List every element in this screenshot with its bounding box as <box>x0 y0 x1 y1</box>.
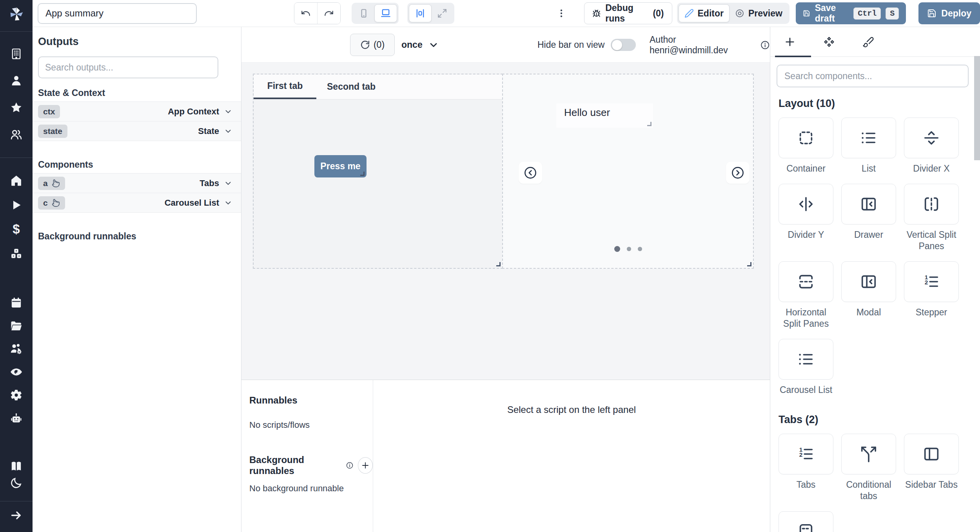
resize-handle[interactable] <box>747 262 751 266</box>
component-card-list[interactable] <box>841 118 896 158</box>
active-tab-underline <box>775 56 811 57</box>
redo-button[interactable] <box>317 3 340 24</box>
users-gear-icon[interactable] <box>0 341 33 356</box>
author-label: Author henri@windmill.dev <box>650 34 755 56</box>
component-card-sidebar-tabs[interactable] <box>904 434 959 474</box>
editor-tab[interactable]: Editor <box>679 4 730 22</box>
robot-icon[interactable] <box>0 411 33 426</box>
component-card-divider-x[interactable] <box>904 118 959 158</box>
tab-settings-components[interactable] <box>809 27 849 56</box>
component-item-tabs: 12Tabs <box>779 434 833 502</box>
person-icon[interactable] <box>0 72 33 88</box>
component-c-type: Carousel List <box>165 198 219 208</box>
center-layout-button[interactable] <box>409 4 432 22</box>
tab-second[interactable]: Second tab <box>316 74 386 99</box>
users-icon[interactable] <box>0 127 33 142</box>
app-summary-input[interactable] <box>38 3 197 24</box>
save-draft-button[interactable]: Save draft Ctrl S <box>796 2 906 24</box>
more-menu-button[interactable] <box>554 8 568 18</box>
hide-bar-toggle[interactable] <box>611 39 636 51</box>
component-card-modal[interactable] <box>841 261 896 302</box>
outputs-title: Outputs <box>38 36 241 48</box>
component-item-divider-y: Divider Y <box>779 184 833 252</box>
desktop-view-button[interactable] <box>374 4 397 22</box>
preview-tab[interactable]: Preview <box>730 4 788 22</box>
star-icon[interactable] <box>0 100 33 115</box>
preview-label: Preview <box>748 8 782 19</box>
moon-icon[interactable] <box>0 475 33 490</box>
search-components-input[interactable] <box>777 65 969 87</box>
scrollbar-thumb[interactable] <box>974 56 980 160</box>
component-card-partial[interactable] <box>779 511 833 532</box>
resize-handle[interactable] <box>496 262 501 266</box>
play-icon[interactable] <box>0 197 33 213</box>
press-me-button[interactable]: Press me <box>314 155 367 177</box>
building-icon[interactable] <box>0 46 33 62</box>
output-row-ctx[interactable]: ctx App Context <box>33 101 241 121</box>
tab-theme-brush[interactable] <box>849 27 888 56</box>
tabs-component[interactable]: First tab Second tab Press me <box>253 74 503 269</box>
kbd-ctrl: Ctrl <box>853 7 881 20</box>
home-icon[interactable] <box>0 172 33 188</box>
chevron-down-icon[interactable] <box>224 127 232 136</box>
output-row-state[interactable]: state State <box>33 121 241 141</box>
component-a-type: Tabs <box>200 178 219 188</box>
chevron-down-icon[interactable] <box>224 179 232 188</box>
info-icon[interactable] <box>760 40 770 50</box>
component-card-horizontal-split-panes[interactable] <box>779 261 833 302</box>
resize-handle[interactable] <box>647 122 652 126</box>
component-card-vertical-split-panes[interactable] <box>904 184 959 224</box>
component-card-carousel-list[interactable] <box>779 339 833 380</box>
gear-icon[interactable] <box>0 387 33 403</box>
refresh-button[interactable]: (0) <box>350 34 395 56</box>
component-card-stepper[interactable]: 12 <box>904 261 959 302</box>
component-card-tabs[interactable]: 12 <box>779 434 833 474</box>
arrow-right-icon[interactable] <box>0 507 33 523</box>
book-icon[interactable] <box>0 458 33 474</box>
deploy-button[interactable]: Deploy <box>918 2 980 24</box>
component-label: Horizontal Split Panes <box>779 307 833 329</box>
component-c-badge: c <box>38 196 65 210</box>
vertical-split-icon <box>922 195 940 213</box>
debug-runs-button[interactable]: Debug runs (0) <box>584 2 672 24</box>
state-badge: state <box>38 125 67 138</box>
tab-add-component[interactable] <box>770 27 809 56</box>
component-card-divider-y[interactable] <box>779 184 833 224</box>
output-row-component-c[interactable]: c Carousel List <box>33 193 241 213</box>
carousel-dot-3[interactable] <box>638 247 642 251</box>
carousel-component[interactable]: Hello user <box>502 74 754 269</box>
list-ordered-icon: 12 <box>797 445 815 463</box>
output-row-component-a[interactable]: a Tabs <box>33 173 241 193</box>
folder-icon[interactable] <box>0 318 33 333</box>
plus-icon <box>361 461 370 470</box>
carousel-prev-button[interactable] <box>519 162 542 184</box>
tab-first[interactable]: First tab <box>254 74 316 99</box>
component-card-container[interactable] <box>779 118 833 158</box>
chevron-down-icon[interactable] <box>224 107 232 116</box>
add-background-runnable-button[interactable] <box>358 457 373 474</box>
runnable-detail-pane: Select a script on the left panel <box>373 380 770 532</box>
carousel-dot-1[interactable] <box>614 246 620 252</box>
refresh-count: (0) <box>374 40 385 50</box>
resize-handle[interactable] <box>360 172 365 176</box>
dollar-icon[interactable]: $ <box>0 221 33 237</box>
undo-button[interactable] <box>294 3 318 24</box>
chevron-down-icon[interactable] <box>224 199 232 207</box>
refresh-mode-select[interactable]: once <box>401 34 439 56</box>
mobile-view-button[interactable] <box>353 4 374 22</box>
info-icon[interactable] <box>346 461 354 470</box>
text-component[interactable]: Hello user <box>556 103 653 128</box>
carousel-dot-2[interactable] <box>627 247 631 251</box>
component-card-drawer[interactable] <box>841 184 896 224</box>
canvas-grid: First tab Second tab Press me Hello user <box>241 63 770 380</box>
boxes-icon[interactable] <box>0 246 33 261</box>
carousel-next-button[interactable] <box>726 162 750 184</box>
calendar-icon[interactable] <box>0 295 33 310</box>
left-nav-rail: $ <box>0 0 33 532</box>
fullscreen-button[interactable] <box>432 4 453 22</box>
component-card-conditional-tabs[interactable] <box>841 434 896 474</box>
eye-icon[interactable] <box>0 364 33 380</box>
search-outputs-input[interactable] <box>38 56 218 78</box>
windmill-logo[interactable] <box>0 4 33 24</box>
component-item-divider-x: Divider X <box>904 118 959 174</box>
